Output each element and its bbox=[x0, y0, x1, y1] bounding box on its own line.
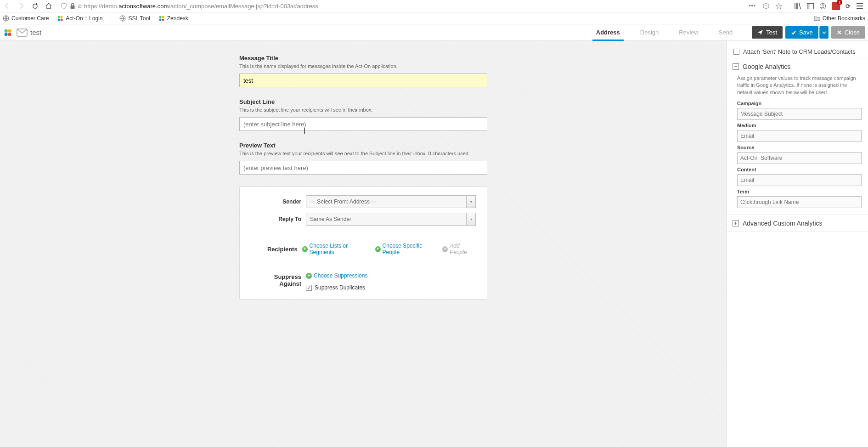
suppress-label: Suppress Against bbox=[251, 272, 306, 287]
folder-icon bbox=[814, 15, 820, 22]
svg-point-17 bbox=[5, 33, 8, 36]
caret-down-icon bbox=[822, 31, 826, 34]
bookmark-zendesk[interactable]: Zendesk bbox=[158, 15, 188, 22]
choose-lists-link[interactable]: +Choose Lists or Segments bbox=[302, 243, 369, 255]
hamburger-menu-icon[interactable] bbox=[856, 3, 863, 9]
save-button[interactable]: Save bbox=[785, 26, 818, 39]
ga-campaign-label: Campaign bbox=[737, 101, 862, 106]
preview-text-input[interactable] bbox=[239, 161, 487, 175]
main-area: Message Title This is the name displayed… bbox=[0, 41, 727, 447]
crm-note-row[interactable]: Attach 'Sent' Note to CRM Leads/Contacts bbox=[727, 45, 868, 58]
browser-toolbar: ⎚ https://demo.actonsoftware.com/acton/_… bbox=[0, 0, 868, 12]
suppress-duplicates-label: Suppress Duplicates bbox=[315, 284, 365, 291]
browser-right-icons: ⟳ bbox=[794, 2, 863, 10]
svg-point-7 bbox=[61, 16, 63, 18]
suppress-duplicates-checkbox[interactable] bbox=[306, 285, 312, 291]
library-icon[interactable] bbox=[794, 3, 801, 9]
subject-line-help: This is the subject line your recipients… bbox=[239, 107, 487, 113]
form-column: Message Title This is the name displayed… bbox=[239, 55, 487, 300]
subject-line-heading: Subject Line bbox=[239, 98, 487, 105]
ga-term-label: Term bbox=[737, 189, 862, 194]
test-button-label: Test bbox=[766, 29, 777, 36]
advanced-analytics-header[interactable]: + Advanced Custom Analytics bbox=[727, 215, 868, 232]
ga-description: Assign parameter values to track message… bbox=[737, 75, 862, 96]
bookmark-star-icon[interactable] bbox=[775, 3, 782, 10]
shield-info-icon[interactable] bbox=[61, 3, 67, 9]
reply-to-select[interactable]: Same As Sender ▾ bbox=[306, 213, 476, 226]
tab-address[interactable]: Address bbox=[595, 24, 621, 40]
reply-to-select-dropdown-button[interactable]: ▾ bbox=[467, 213, 476, 226]
test-button[interactable]: Test bbox=[752, 26, 783, 39]
svg-point-8 bbox=[58, 18, 60, 21]
choose-people-link[interactable]: +Choose Specific People bbox=[375, 243, 436, 255]
tab-review[interactable]: Review bbox=[678, 24, 699, 40]
message-title-help: This is the name displayed for messages … bbox=[239, 63, 487, 69]
sidebar-icon[interactable] bbox=[807, 3, 814, 9]
sender-recipients-card: Sender --- Select From: Address --- ▾ Re… bbox=[239, 187, 487, 300]
bookmark-label: Zendesk bbox=[167, 15, 188, 22]
app-logo-icon[interactable] bbox=[4, 28, 12, 37]
chevron-down-icon: ▾ bbox=[470, 217, 472, 221]
other-bookmarks-label: Other Bookmarks bbox=[823, 15, 865, 22]
svg-point-4 bbox=[822, 4, 824, 6]
extension-badge-icon[interactable] bbox=[832, 2, 840, 10]
svg-point-16 bbox=[8, 29, 11, 32]
tab-design[interactable]: Design bbox=[639, 24, 659, 40]
expand-toggle-icon[interactable]: + bbox=[733, 220, 739, 226]
save-dropdown-button[interactable] bbox=[819, 26, 829, 39]
google-analytics-body: Assign parameter values to track message… bbox=[727, 75, 868, 215]
svg-point-13 bbox=[159, 18, 161, 21]
forward-icon[interactable] bbox=[17, 1, 26, 11]
subject-line-input[interactable] bbox=[239, 117, 487, 131]
sender-select-value: --- Select From: Address --- bbox=[306, 195, 467, 208]
crm-note-checkbox[interactable] bbox=[733, 49, 739, 55]
plus-circle-icon: + bbox=[375, 246, 381, 252]
svg-rect-0 bbox=[71, 6, 75, 9]
svg-point-14 bbox=[162, 18, 164, 21]
ga-medium-input[interactable] bbox=[737, 130, 862, 142]
home-icon[interactable] bbox=[44, 1, 53, 11]
text-cursor-icon: I bbox=[304, 127, 305, 136]
permissions-icon[interactable]: ⎚ bbox=[78, 3, 81, 9]
recipients-section: Recipients +Choose Lists or Segments +Ch… bbox=[240, 234, 487, 264]
ga-term-input[interactable] bbox=[737, 196, 862, 208]
choose-suppressions-link[interactable]: +Choose Suppressions bbox=[306, 272, 367, 279]
back-icon[interactable] bbox=[3, 1, 12, 11]
ga-source-label: Source bbox=[737, 145, 862, 150]
google-analytics-title: Google Analytics bbox=[743, 63, 790, 70]
close-button[interactable]: Close bbox=[831, 26, 865, 39]
bookmark-acton-login[interactable]: Act-On :: Login bbox=[57, 15, 102, 22]
plus-circle-icon: + bbox=[306, 273, 312, 279]
lock-icon[interactable] bbox=[70, 3, 75, 9]
extension-icon[interactable]: ⟳ bbox=[845, 3, 851, 10]
sender-select-dropdown-button[interactable]: ▾ bbox=[467, 195, 476, 208]
google-analytics-header[interactable]: − Google Analytics bbox=[727, 58, 868, 75]
bookmark-customer-care[interactable]: Customer Care bbox=[3, 15, 49, 22]
header-tabs: Address Design Review Send bbox=[595, 24, 748, 40]
bookmark-ssl-tool[interactable]: SSL Tool bbox=[119, 15, 150, 22]
ga-content-input[interactable] bbox=[737, 174, 862, 186]
collapse-toggle-icon[interactable]: − bbox=[733, 63, 739, 70]
url-text: https://demo.actonsoftware.com/acton/_co… bbox=[84, 3, 746, 10]
mail-icon bbox=[17, 28, 28, 37]
check-icon bbox=[791, 30, 796, 35]
reader-mode-icon[interactable] bbox=[762, 3, 770, 9]
acton-logo-icon bbox=[158, 15, 165, 22]
send-icon bbox=[757, 29, 763, 35]
account-icon[interactable] bbox=[819, 3, 826, 10]
tab-send[interactable]: Send bbox=[718, 24, 733, 40]
page-actions-icon[interactable]: ••• bbox=[749, 3, 756, 9]
svg-point-15 bbox=[5, 29, 8, 32]
ga-campaign-input[interactable] bbox=[737, 108, 862, 120]
reply-to-select-value: Same As Sender bbox=[306, 213, 467, 226]
svg-rect-2 bbox=[807, 3, 810, 9]
other-bookmarks[interactable]: Other Bookmarks bbox=[814, 15, 865, 22]
ga-source-input[interactable] bbox=[737, 152, 862, 164]
reload-icon[interactable] bbox=[30, 1, 39, 11]
recipients-label: Recipients bbox=[251, 246, 302, 253]
svg-point-11 bbox=[159, 16, 161, 18]
message-title-input[interactable] bbox=[239, 74, 487, 87]
preview-text-help: This is the preview text your recipients… bbox=[239, 151, 487, 156]
url-bar[interactable]: ⎚ https://demo.actonsoftware.com/acton/_… bbox=[58, 0, 785, 11]
sender-select[interactable]: --- Select From: Address --- ▾ bbox=[306, 195, 476, 208]
